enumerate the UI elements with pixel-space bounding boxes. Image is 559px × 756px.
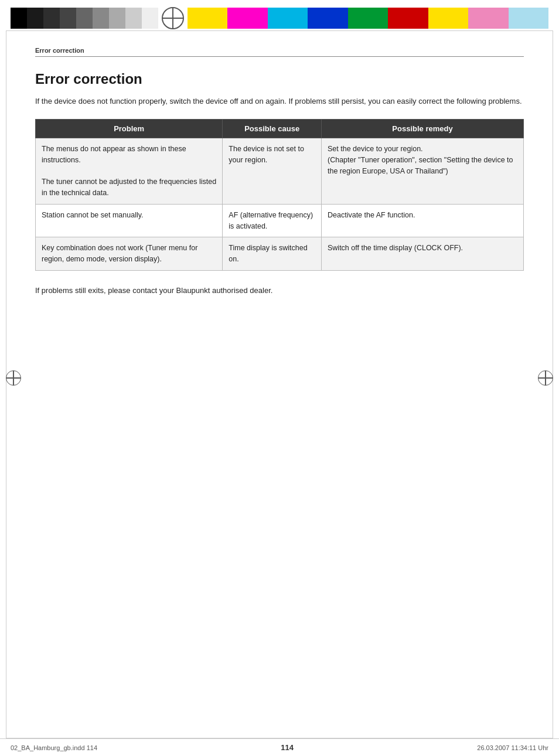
color-swatch-red bbox=[388, 8, 428, 29]
problem-cell-2: Station cannot be set manually. bbox=[36, 204, 223, 237]
color-swatch-cyan bbox=[268, 8, 308, 29]
col-header-remedy: Possible remedy bbox=[322, 120, 524, 138]
problem-cell-1: The menus do not appear as shown in thes… bbox=[36, 138, 223, 205]
color-swatch-yellow2 bbox=[428, 8, 468, 29]
table-row: The menus do not appear as shown in thes… bbox=[36, 138, 524, 205]
table-header-row: Problem Possible cause Possible remedy bbox=[36, 120, 524, 138]
color-swatch-pink bbox=[468, 8, 508, 29]
crosshair-right-icon bbox=[538, 370, 553, 386]
black-swatch-5 bbox=[76, 8, 93, 29]
color-bar bbox=[11, 8, 548, 29]
footer-text: If problems still exits, please contact … bbox=[35, 285, 524, 297]
black-swatch-2 bbox=[27, 8, 43, 29]
black-swatch-6 bbox=[93, 8, 109, 29]
black-swatch-9 bbox=[142, 8, 158, 29]
black-swatch-1 bbox=[11, 8, 27, 29]
black-swatch-4 bbox=[60, 8, 76, 29]
table-row: Key combination does not work (Tuner men… bbox=[36, 237, 524, 271]
color-swatch-magenta bbox=[227, 8, 267, 29]
color-swatch-lightblue bbox=[509, 8, 548, 29]
error-table: Problem Possible cause Possible remedy T… bbox=[35, 119, 524, 271]
remedy-cell-3: Switch off the time display (CLOCK OFF). bbox=[322, 237, 524, 271]
cause-cell-3: Time display is switched on. bbox=[223, 237, 322, 271]
color-swatches bbox=[188, 8, 548, 29]
crosshair-left-icon bbox=[6, 370, 21, 386]
color-bar-container bbox=[0, 0, 559, 30]
color-swatch-green bbox=[348, 8, 388, 29]
black-swatches bbox=[11, 8, 158, 29]
main-content: Error correction Error correction If the… bbox=[0, 36, 559, 319]
remedy-cell-1: Set the device to your region. (Chapter … bbox=[322, 138, 524, 205]
file-info: 02_BA_Hamburg_gb.indd 114 bbox=[11, 744, 97, 751]
bottom-bar: 02_BA_Hamburg_gb.indd 114 114 26.03.2007… bbox=[0, 738, 559, 756]
intro-text: If the device does not function properly… bbox=[35, 96, 524, 107]
problem-cell-3: Key combination does not work (Tuner men… bbox=[36, 237, 223, 271]
date-info: 26.03.2007 11:34:11 Uhr bbox=[477, 744, 548, 751]
black-swatch-7 bbox=[109, 8, 125, 29]
remedy-cell-2: Deactivate the AF function. bbox=[322, 204, 524, 237]
col-header-problem: Problem bbox=[36, 120, 223, 138]
black-swatch-8 bbox=[125, 8, 142, 29]
cause-cell-2: AF (alternative frequency) is activated. bbox=[223, 204, 322, 237]
color-swatch-yellow bbox=[188, 8, 227, 29]
page-title: Error correction bbox=[35, 71, 524, 87]
col-header-cause: Possible cause bbox=[223, 120, 322, 138]
color-swatch-blue bbox=[308, 8, 347, 29]
page-number: 114 bbox=[281, 743, 294, 752]
table-row: Station cannot be set manually. AF (alte… bbox=[36, 204, 524, 237]
crosshair-center-icon bbox=[162, 7, 184, 29]
breadcrumb: Error correction bbox=[35, 47, 524, 57]
black-swatch-3 bbox=[43, 8, 60, 29]
cause-cell-1: The device is not set to your region. bbox=[223, 138, 322, 205]
